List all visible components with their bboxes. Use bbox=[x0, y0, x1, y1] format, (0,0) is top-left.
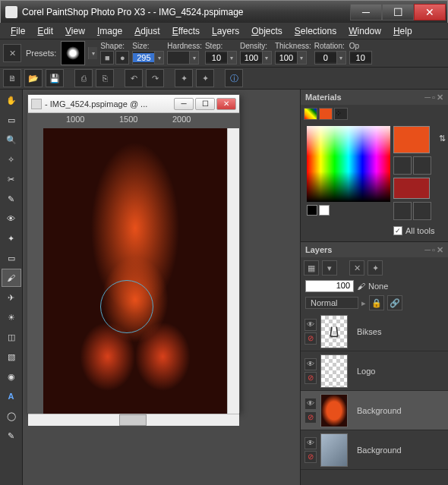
new-layer-button[interactable]: ▦ bbox=[304, 260, 319, 276]
open-file-button[interactable]: 📂 bbox=[24, 69, 43, 87]
layer-row[interactable]: 👁⊘ Background bbox=[301, 391, 448, 430]
background-swatch[interactable] bbox=[393, 178, 430, 199]
brush-mode-icon[interactable]: 🖌 bbox=[357, 282, 365, 291]
hardness-input[interactable]: ▾ bbox=[167, 51, 199, 65]
layer-effects-button[interactable]: ✦ bbox=[368, 260, 383, 276]
paint-brush-tool[interactable]: 🖌 bbox=[2, 269, 21, 287]
fill-tool[interactable]: ▧ bbox=[2, 348, 21, 366]
menu-objects[interactable]: Objects bbox=[245, 24, 289, 38]
opacity-input[interactable]: 10 bbox=[349, 51, 372, 65]
all-tools-checkbox[interactable]: ✓ bbox=[393, 226, 402, 235]
color-picker[interactable] bbox=[307, 126, 390, 202]
layer-disable-icon[interactable]: ⊘ bbox=[304, 411, 317, 424]
action1-button[interactable]: ✦ bbox=[175, 69, 193, 87]
layer-disable-icon[interactable]: ⊘ bbox=[304, 451, 317, 463]
document-window[interactable]: - IMG_4524.pspimage @ ... ─ ☐ ✕ 1000 150… bbox=[27, 94, 240, 413]
layer-disable-icon[interactable]: ⊘ bbox=[304, 332, 317, 345]
preset-dropdown-button[interactable]: ▾ bbox=[88, 47, 97, 59]
panel-minimize-icon[interactable]: ─ bbox=[424, 93, 431, 102]
pan-tool[interactable]: ✋ bbox=[2, 91, 21, 109]
layer-row[interactable]: 👁⊘ Bikses bbox=[301, 312, 448, 351]
blend-mode-select[interactable]: Normal bbox=[305, 297, 358, 309]
pointer-tool[interactable]: ▭ bbox=[2, 111, 21, 129]
maximize-button[interactable]: ☐ bbox=[382, 4, 414, 20]
visibility-toggle[interactable]: 👁 bbox=[304, 319, 317, 331]
redo-button[interactable]: ↷ bbox=[146, 69, 164, 87]
shape-circle-button[interactable]: ● bbox=[115, 51, 129, 65]
close-button[interactable]: ✕ bbox=[414, 4, 446, 20]
vertical-scrollbar[interactable] bbox=[227, 128, 239, 414]
lighten-tool[interactable]: ☀ bbox=[2, 308, 21, 326]
material-style-2[interactable] bbox=[413, 156, 431, 175]
visibility-toggle[interactable]: 👁 bbox=[304, 358, 317, 370]
white-swatch[interactable] bbox=[319, 205, 330, 216]
scanner-button[interactable]: ⎘ bbox=[96, 69, 114, 87]
layer-name[interactable]: Logo bbox=[351, 367, 445, 376]
airbrush-tool[interactable]: ✈ bbox=[2, 288, 21, 307]
vector-tool[interactable]: ✎ bbox=[2, 427, 21, 445]
blend-arrow-icon[interactable]: ▸ bbox=[361, 298, 366, 308]
menu-window[interactable]: Window bbox=[342, 24, 387, 38]
menu-effects[interactable]: Effects bbox=[166, 24, 206, 38]
layer-thumbnail[interactable] bbox=[320, 394, 348, 427]
menu-selections[interactable]: Selections bbox=[289, 24, 342, 38]
color-tab-swatch[interactable] bbox=[319, 108, 333, 120]
menu-edit[interactable]: Edit bbox=[31, 24, 59, 38]
layer-name[interactable]: Background bbox=[351, 406, 445, 415]
crop-tool[interactable]: ✂ bbox=[2, 170, 21, 188]
link-layer-button[interactable]: 🔗 bbox=[387, 295, 402, 310]
material-style-1[interactable] bbox=[393, 156, 412, 175]
visibility-toggle[interactable]: 👁 bbox=[304, 437, 317, 449]
dropper-tool[interactable]: ✎ bbox=[2, 190, 21, 208]
material-style-4[interactable] bbox=[413, 202, 431, 220]
rotation-input[interactable]: 0▾ bbox=[314, 51, 346, 65]
step-input[interactable]: 10▾ bbox=[205, 51, 237, 65]
size-input[interactable]: 295▾ bbox=[132, 51, 164, 65]
horizontal-scrollbar[interactable] bbox=[28, 414, 239, 426]
doc-minimize-button[interactable]: ─ bbox=[174, 98, 194, 110]
layer-dropdown-button[interactable]: ▾ bbox=[322, 260, 337, 276]
visibility-toggle[interactable]: 👁 bbox=[304, 398, 317, 410]
info-button[interactable]: ⓘ bbox=[225, 69, 243, 87]
new-file-button[interactable]: 🗎 bbox=[3, 69, 21, 87]
picture-tube-tool[interactable]: ◉ bbox=[2, 367, 21, 386]
menu-layers[interactable]: Layers bbox=[206, 24, 245, 38]
layer-row[interactable]: 👁⊘ Logo bbox=[301, 351, 448, 391]
shape-tool[interactable]: ◯ bbox=[2, 407, 21, 425]
scrollbar-thumb[interactable] bbox=[119, 414, 147, 426]
canvas[interactable] bbox=[43, 128, 227, 414]
color-tab-more[interactable]: ⁘ bbox=[334, 108, 348, 120]
layer-name[interactable]: Bikses bbox=[351, 327, 445, 336]
material-style-3[interactable] bbox=[393, 202, 412, 220]
print-button[interactable]: ⎙ bbox=[74, 69, 93, 87]
layer-row[interactable]: 👁⊘ Background bbox=[301, 430, 448, 470]
layer-name[interactable]: Background bbox=[351, 446, 445, 455]
panel-close-icon[interactable]: ✕ bbox=[437, 245, 443, 255]
minimize-button[interactable]: ─ bbox=[350, 4, 382, 20]
layer-thumbnail[interactable] bbox=[320, 354, 348, 388]
straighten-tool[interactable]: ▭ bbox=[2, 249, 21, 267]
menu-help[interactable]: Help bbox=[387, 24, 418, 38]
document-titlebar[interactable]: - IMG_4524.pspimage @ ... ─ ☐ ✕ bbox=[28, 95, 239, 113]
layer-thumbnail[interactable] bbox=[320, 433, 348, 467]
menu-adjust[interactable]: Adjust bbox=[128, 24, 166, 38]
panel-minimize-icon[interactable]: ─ bbox=[424, 245, 431, 255]
doc-maximize-button[interactable]: ☐ bbox=[195, 98, 215, 110]
menu-image[interactable]: Image bbox=[91, 24, 128, 38]
thickness-input[interactable]: 100▾ bbox=[275, 51, 307, 65]
layer-disable-icon[interactable]: ⊘ bbox=[304, 372, 317, 384]
tool-clear-icon[interactable]: ✕ bbox=[3, 44, 21, 62]
black-swatch[interactable] bbox=[307, 205, 317, 216]
clone-tool[interactable]: ✦ bbox=[2, 229, 21, 247]
redeye-tool[interactable]: 👁 bbox=[2, 209, 21, 228]
panel-close-icon[interactable]: ✕ bbox=[437, 93, 443, 102]
brush-preview[interactable] bbox=[61, 41, 85, 65]
selection-tool[interactable]: ✧ bbox=[2, 150, 21, 168]
action2-button[interactable]: ✦ bbox=[196, 69, 214, 87]
zoom-tool[interactable]: 🔍 bbox=[2, 131, 21, 149]
text-tool[interactable]: A bbox=[2, 387, 21, 405]
layer-thumbnail[interactable] bbox=[320, 315, 348, 348]
eraser-tool[interactable]: ◫ bbox=[2, 328, 21, 346]
panel-menu-icon[interactable]: ▫ bbox=[432, 93, 435, 102]
color-tab-rainbow[interactable] bbox=[304, 108, 317, 120]
